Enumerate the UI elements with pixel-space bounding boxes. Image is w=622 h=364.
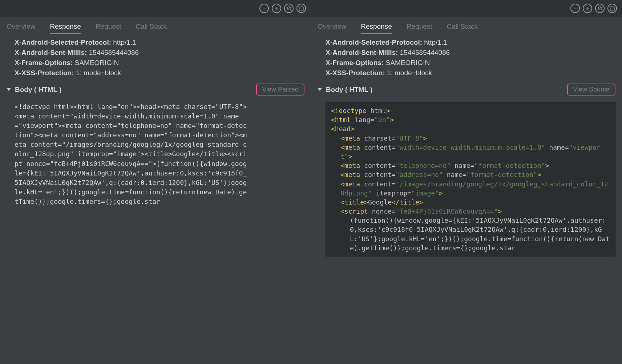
tab-request[interactable]: Request <box>407 17 432 36</box>
header-key: X-Android-Selected-Protocol <box>15 39 113 46</box>
tab-response[interactable]: Response <box>50 17 81 36</box>
plus-icon[interactable]: + <box>583 4 592 13</box>
header-row: X-XSS-Protection1; mode=block <box>15 69 304 77</box>
tab-overview[interactable]: Overview <box>318 17 346 36</box>
response-content: X-Android-Selected-Protocolhttp/1.1 X-An… <box>0 36 311 364</box>
chevron-down-icon[interactable] <box>318 88 322 93</box>
header-key: X-XSS-Protection <box>326 69 387 77</box>
minus-icon[interactable]: − <box>259 4 269 13</box>
left-panel: − + ⊘ ▢ Overview Response Request Call S… <box>0 0 311 364</box>
tab-callstack[interactable]: Call Stack <box>136 17 167 36</box>
body-title: Body ( HTML ) <box>326 86 372 93</box>
response-content: X-Android-Selected-Protocolhttp/1.1 X-An… <box>311 36 622 364</box>
header-row: X-Android-Sent-Millis1544585444086 <box>15 49 304 57</box>
panel-toolbar: − + ⊘ ▢ <box>0 0 311 17</box>
header-key: X-Frame-Options <box>326 59 386 66</box>
header-value: 1; mode=block <box>387 69 432 77</box>
header-key: X-XSS-Protection <box>15 69 76 77</box>
screen-icon[interactable]: ▢ <box>607 4 617 13</box>
tab-response[interactable]: Response <box>361 17 392 36</box>
tab-request[interactable]: Request <box>96 17 121 36</box>
response-panel-right: − + ⊘ ▢ Overview Response Request Call S… <box>311 0 622 364</box>
no-icon[interactable]: ⊘ <box>595 4 605 13</box>
tabs-bar: Overview Response Request Call Stack <box>311 17 622 36</box>
header-value: http/1.1 <box>113 39 136 46</box>
header-value: 1544585444086 <box>89 49 139 56</box>
body-section: Body ( HTML ) View Parsed <!doctype html… <box>15 84 304 206</box>
header-key: X-Android-Sent-Millis <box>326 49 400 56</box>
right-panel: − + ⊘ ▢ Overview Response Request Call S… <box>311 0 622 364</box>
view-source-button[interactable]: View Source <box>567 84 615 96</box>
body-title: Body ( HTML ) <box>15 86 61 93</box>
no-icon[interactable]: ⊘ <box>284 4 294 13</box>
tabs-bar: Overview Response Request Call Stack <box>0 17 311 36</box>
header-row: X-Android-Sent-Millis1544585444086 <box>326 49 615 57</box>
header-row: X-Android-Selected-Protocolhttp/1.1 <box>15 39 304 46</box>
header-key: X-Frame-Options <box>15 59 75 66</box>
header-value: 1; mode=block <box>76 69 121 77</box>
minus-icon[interactable]: − <box>570 4 580 13</box>
header-value: SAMEORIGIN <box>386 59 430 66</box>
tab-callstack[interactable]: Call Stack <box>447 17 478 36</box>
parsed-body-code: <!doctype html><html lang="en"><head><me… <box>326 102 615 256</box>
header-row: X-Frame-OptionsSAMEORIGIN <box>15 59 304 67</box>
header-key: X-Android-Selected-Protocol <box>326 39 424 46</box>
raw-body-text: <!doctype html><html lang="en"><head><me… <box>15 102 247 206</box>
view-parsed-button[interactable]: View Parsed <box>256 84 304 96</box>
panel-toolbar: − + ⊘ ▢ <box>311 0 622 17</box>
header-row: X-Android-Selected-Protocolhttp/1.1 <box>326 39 615 46</box>
header-key: X-Android-Sent-Millis <box>15 49 89 56</box>
tab-overview[interactable]: Overview <box>7 17 35 36</box>
header-value: SAMEORIGIN <box>75 59 119 66</box>
header-row: X-XSS-Protection1; mode=block <box>326 69 615 77</box>
plus-icon[interactable]: + <box>272 4 281 13</box>
header-value: 1544585444086 <box>400 49 450 56</box>
header-value: http/1.1 <box>424 39 447 46</box>
body-section: Body ( HTML ) View Source <!doctype html… <box>326 84 615 256</box>
response-panel-left: − + ⊘ ▢ Overview Response Request Call S… <box>0 0 311 364</box>
screen-icon[interactable]: ▢ <box>296 4 306 13</box>
chevron-down-icon[interactable] <box>7 88 11 93</box>
header-row: X-Frame-OptionsSAMEORIGIN <box>326 59 615 67</box>
